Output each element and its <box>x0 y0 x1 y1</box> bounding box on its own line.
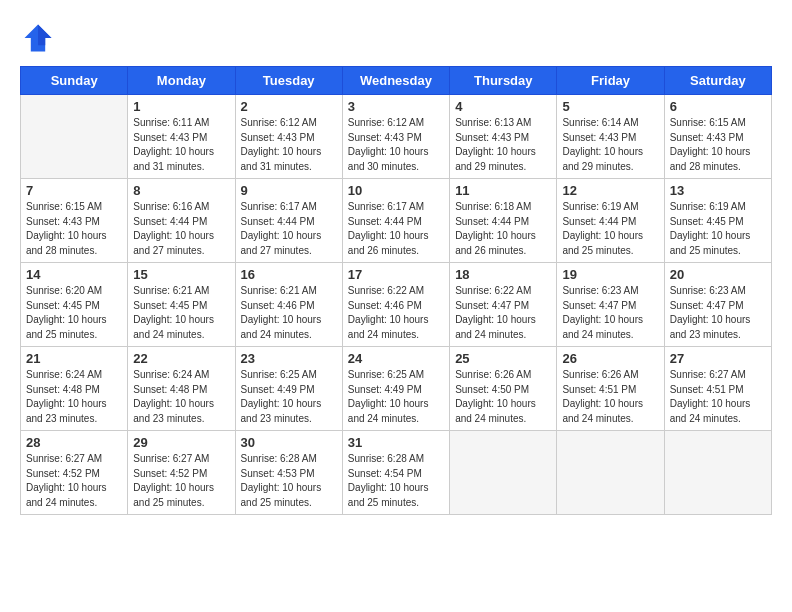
calendar-day-cell: 24Sunrise: 6:25 AM Sunset: 4:49 PM Dayli… <box>342 347 449 431</box>
day-number: 9 <box>241 183 337 198</box>
day-number: 29 <box>133 435 229 450</box>
day-of-week-header: Monday <box>128 67 235 95</box>
calendar-header-row: SundayMondayTuesdayWednesdayThursdayFrid… <box>21 67 772 95</box>
day-of-week-header: Wednesday <box>342 67 449 95</box>
calendar-day-cell: 16Sunrise: 6:21 AM Sunset: 4:46 PM Dayli… <box>235 263 342 347</box>
calendar-day-cell: 7Sunrise: 6:15 AM Sunset: 4:43 PM Daylig… <box>21 179 128 263</box>
calendar-day-cell: 26Sunrise: 6:26 AM Sunset: 4:51 PM Dayli… <box>557 347 664 431</box>
calendar-day-cell: 5Sunrise: 6:14 AM Sunset: 4:43 PM Daylig… <box>557 95 664 179</box>
day-number: 30 <box>241 435 337 450</box>
calendar-day-cell: 11Sunrise: 6:18 AM Sunset: 4:44 PM Dayli… <box>450 179 557 263</box>
calendar-day-cell: 10Sunrise: 6:17 AM Sunset: 4:44 PM Dayli… <box>342 179 449 263</box>
calendar-day-cell: 20Sunrise: 6:23 AM Sunset: 4:47 PM Dayli… <box>664 263 771 347</box>
svg-marker-1 <box>38 25 52 46</box>
logo-icon <box>20 20 56 56</box>
calendar-day-cell: 14Sunrise: 6:20 AM Sunset: 4:45 PM Dayli… <box>21 263 128 347</box>
day-info: Sunrise: 6:12 AM Sunset: 4:43 PM Dayligh… <box>348 116 444 174</box>
day-number: 24 <box>348 351 444 366</box>
day-number: 7 <box>26 183 122 198</box>
day-number: 5 <box>562 99 658 114</box>
calendar-day-cell: 29Sunrise: 6:27 AM Sunset: 4:52 PM Dayli… <box>128 431 235 515</box>
calendar-table: SundayMondayTuesdayWednesdayThursdayFrid… <box>20 66 772 515</box>
calendar-day-cell <box>557 431 664 515</box>
day-number: 6 <box>670 99 766 114</box>
day-number: 13 <box>670 183 766 198</box>
logo <box>20 20 62 56</box>
day-number: 23 <box>241 351 337 366</box>
page-header <box>20 20 772 56</box>
day-of-week-header: Sunday <box>21 67 128 95</box>
day-info: Sunrise: 6:16 AM Sunset: 4:44 PM Dayligh… <box>133 200 229 258</box>
day-info: Sunrise: 6:26 AM Sunset: 4:51 PM Dayligh… <box>562 368 658 426</box>
day-info: Sunrise: 6:15 AM Sunset: 4:43 PM Dayligh… <box>26 200 122 258</box>
calendar-day-cell: 6Sunrise: 6:15 AM Sunset: 4:43 PM Daylig… <box>664 95 771 179</box>
day-number: 8 <box>133 183 229 198</box>
day-info: Sunrise: 6:24 AM Sunset: 4:48 PM Dayligh… <box>133 368 229 426</box>
day-number: 20 <box>670 267 766 282</box>
calendar-day-cell: 3Sunrise: 6:12 AM Sunset: 4:43 PM Daylig… <box>342 95 449 179</box>
day-number: 3 <box>348 99 444 114</box>
day-number: 31 <box>348 435 444 450</box>
day-number: 2 <box>241 99 337 114</box>
calendar-day-cell: 31Sunrise: 6:28 AM Sunset: 4:54 PM Dayli… <box>342 431 449 515</box>
day-number: 16 <box>241 267 337 282</box>
day-of-week-header: Thursday <box>450 67 557 95</box>
day-info: Sunrise: 6:14 AM Sunset: 4:43 PM Dayligh… <box>562 116 658 174</box>
calendar-week-row: 28Sunrise: 6:27 AM Sunset: 4:52 PM Dayli… <box>21 431 772 515</box>
day-info: Sunrise: 6:22 AM Sunset: 4:46 PM Dayligh… <box>348 284 444 342</box>
day-info: Sunrise: 6:22 AM Sunset: 4:47 PM Dayligh… <box>455 284 551 342</box>
day-info: Sunrise: 6:11 AM Sunset: 4:43 PM Dayligh… <box>133 116 229 174</box>
day-info: Sunrise: 6:25 AM Sunset: 4:49 PM Dayligh… <box>241 368 337 426</box>
day-number: 22 <box>133 351 229 366</box>
calendar-day-cell: 15Sunrise: 6:21 AM Sunset: 4:45 PM Dayli… <box>128 263 235 347</box>
calendar-day-cell <box>21 95 128 179</box>
day-info: Sunrise: 6:13 AM Sunset: 4:43 PM Dayligh… <box>455 116 551 174</box>
calendar-week-row: 14Sunrise: 6:20 AM Sunset: 4:45 PM Dayli… <box>21 263 772 347</box>
day-number: 18 <box>455 267 551 282</box>
day-info: Sunrise: 6:27 AM Sunset: 4:52 PM Dayligh… <box>133 452 229 510</box>
day-info: Sunrise: 6:27 AM Sunset: 4:52 PM Dayligh… <box>26 452 122 510</box>
day-info: Sunrise: 6:27 AM Sunset: 4:51 PM Dayligh… <box>670 368 766 426</box>
day-of-week-header: Tuesday <box>235 67 342 95</box>
day-number: 17 <box>348 267 444 282</box>
day-number: 14 <box>26 267 122 282</box>
calendar-day-cell: 13Sunrise: 6:19 AM Sunset: 4:45 PM Dayli… <box>664 179 771 263</box>
day-info: Sunrise: 6:26 AM Sunset: 4:50 PM Dayligh… <box>455 368 551 426</box>
day-info: Sunrise: 6:23 AM Sunset: 4:47 PM Dayligh… <box>562 284 658 342</box>
calendar-day-cell: 21Sunrise: 6:24 AM Sunset: 4:48 PM Dayli… <box>21 347 128 431</box>
day-of-week-header: Saturday <box>664 67 771 95</box>
day-number: 21 <box>26 351 122 366</box>
calendar-day-cell: 27Sunrise: 6:27 AM Sunset: 4:51 PM Dayli… <box>664 347 771 431</box>
day-info: Sunrise: 6:18 AM Sunset: 4:44 PM Dayligh… <box>455 200 551 258</box>
day-info: Sunrise: 6:23 AM Sunset: 4:47 PM Dayligh… <box>670 284 766 342</box>
day-number: 4 <box>455 99 551 114</box>
day-info: Sunrise: 6:12 AM Sunset: 4:43 PM Dayligh… <box>241 116 337 174</box>
day-number: 28 <box>26 435 122 450</box>
calendar-day-cell: 25Sunrise: 6:26 AM Sunset: 4:50 PM Dayli… <box>450 347 557 431</box>
day-number: 12 <box>562 183 658 198</box>
calendar-day-cell: 4Sunrise: 6:13 AM Sunset: 4:43 PM Daylig… <box>450 95 557 179</box>
calendar-day-cell: 12Sunrise: 6:19 AM Sunset: 4:44 PM Dayli… <box>557 179 664 263</box>
calendar-day-cell: 22Sunrise: 6:24 AM Sunset: 4:48 PM Dayli… <box>128 347 235 431</box>
day-number: 27 <box>670 351 766 366</box>
calendar-day-cell <box>664 431 771 515</box>
calendar-day-cell: 1Sunrise: 6:11 AM Sunset: 4:43 PM Daylig… <box>128 95 235 179</box>
day-info: Sunrise: 6:17 AM Sunset: 4:44 PM Dayligh… <box>348 200 444 258</box>
day-info: Sunrise: 6:25 AM Sunset: 4:49 PM Dayligh… <box>348 368 444 426</box>
calendar-day-cell: 28Sunrise: 6:27 AM Sunset: 4:52 PM Dayli… <box>21 431 128 515</box>
day-info: Sunrise: 6:19 AM Sunset: 4:45 PM Dayligh… <box>670 200 766 258</box>
calendar-day-cell: 9Sunrise: 6:17 AM Sunset: 4:44 PM Daylig… <box>235 179 342 263</box>
day-info: Sunrise: 6:24 AM Sunset: 4:48 PM Dayligh… <box>26 368 122 426</box>
day-number: 25 <box>455 351 551 366</box>
day-number: 10 <box>348 183 444 198</box>
day-info: Sunrise: 6:19 AM Sunset: 4:44 PM Dayligh… <box>562 200 658 258</box>
day-number: 11 <box>455 183 551 198</box>
calendar-day-cell <box>450 431 557 515</box>
day-info: Sunrise: 6:21 AM Sunset: 4:45 PM Dayligh… <box>133 284 229 342</box>
day-info: Sunrise: 6:15 AM Sunset: 4:43 PM Dayligh… <box>670 116 766 174</box>
calendar-day-cell: 23Sunrise: 6:25 AM Sunset: 4:49 PM Dayli… <box>235 347 342 431</box>
calendar-day-cell: 17Sunrise: 6:22 AM Sunset: 4:46 PM Dayli… <box>342 263 449 347</box>
calendar-day-cell: 2Sunrise: 6:12 AM Sunset: 4:43 PM Daylig… <box>235 95 342 179</box>
day-number: 26 <box>562 351 658 366</box>
day-info: Sunrise: 6:21 AM Sunset: 4:46 PM Dayligh… <box>241 284 337 342</box>
